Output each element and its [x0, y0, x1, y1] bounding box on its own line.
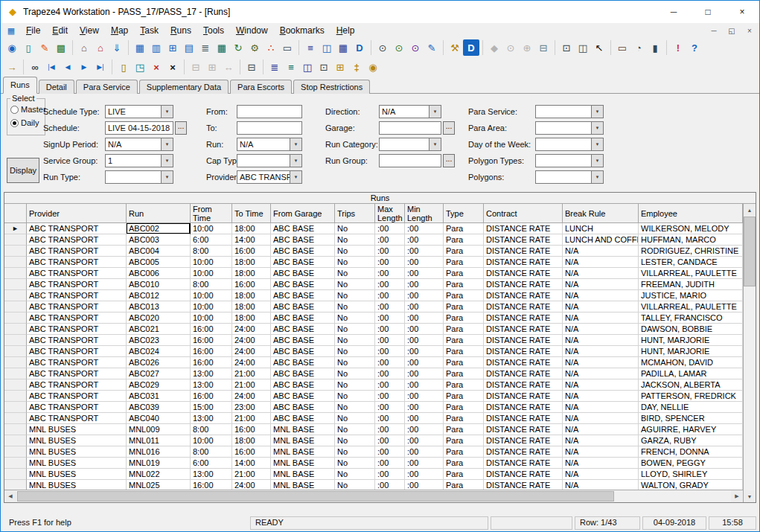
dropdown-arrow-icon[interactable]: ▼	[161, 106, 173, 118]
binoculars-find-icon[interactable]: ∞	[27, 59, 43, 75]
schedule-type-combobox[interactable]: LIVE▼	[105, 105, 173, 118]
search-map-icon[interactable]: ⊙	[391, 39, 407, 56]
tile-windows-icon[interactable]: ◫	[575, 39, 591, 56]
row-selector[interactable]	[4, 279, 27, 290]
table-row[interactable]: ABC TRANSPORTABC02416:0024:00ABC BASENo:…	[4, 346, 743, 357]
tab-para-escorts[interactable]: Para Escorts	[230, 80, 292, 94]
menu-item-bookmarks[interactable]: Bookmarks	[274, 25, 330, 36]
column-header-min-length[interactable]: Min Length	[405, 204, 444, 223]
key-icon[interactable]: ‡	[348, 59, 365, 75]
vertical-scroll-thumb[interactable]	[744, 217, 756, 286]
table-row[interactable]: ABC TRANSPORTABC01210:0018:00ABC BASENo:…	[4, 290, 743, 301]
column-header-to-time[interactable]: To Time	[232, 204, 271, 223]
provider-combobox[interactable]: ABC TRANSPO...▼	[237, 170, 302, 184]
exit-icon[interactable]: →	[4, 59, 20, 75]
stacked-sheets-icon[interactable]: ≡	[283, 59, 299, 75]
radio-daily-circle[interactable]	[10, 119, 19, 127]
column-header-from-time[interactable]: From Time	[191, 204, 232, 223]
scroll-left-icon[interactable]: ◀	[4, 490, 16, 502]
last-record-icon[interactable]: ▶|	[92, 59, 109, 75]
bus-side-icon[interactable]: ▭	[614, 39, 630, 56]
dispatch-d-icon[interactable]: D	[463, 39, 479, 56]
depot-building-icon[interactable]: ⌂	[76, 39, 92, 56]
data-d-icon[interactable]: D	[351, 39, 368, 56]
dropdown-arrow-icon[interactable]: ▼	[591, 155, 603, 167]
run-combobox[interactable]: N/A▼	[237, 138, 302, 151]
table-row[interactable]: ABC TRANSPORTABC0048:0016:00ABC BASENo:0…	[4, 246, 743, 257]
row-selector[interactable]	[4, 368, 27, 379]
matrix-table-icon[interactable]: ▦	[335, 39, 351, 56]
table-row[interactable]: ABC TRANSPORTABC02616:0024:00ABC BASENo:…	[4, 357, 743, 368]
dropdown-arrow-icon[interactable]: ▼	[591, 171, 603, 183]
menu-item-help[interactable]: Help	[330, 25, 361, 36]
scroll-right-icon[interactable]: ▶	[731, 490, 743, 502]
dropdown-arrow-icon[interactable]: ▼	[290, 138, 301, 150]
row-selector[interactable]	[4, 424, 27, 435]
garage-building-icon[interactable]: ⌂	[92, 39, 109, 56]
row-selector[interactable]	[4, 313, 27, 324]
from-input[interactable]	[237, 105, 302, 118]
table-row[interactable]: ABC TRANSPORTABC0108:0016:00ABC BASENo:0…	[4, 279, 743, 290]
table-row[interactable]: ABC TRANSPORTABC03116:0024:00ABC BASENo:…	[4, 391, 743, 402]
menu-item-runs[interactable]: Runs	[165, 25, 197, 36]
row-selector[interactable]	[4, 324, 27, 335]
summary-lines-icon[interactable]: ≡	[302, 39, 319, 56]
close-button[interactable]: ×	[725, 1, 759, 23]
refresh-icon[interactable]: ↻	[230, 39, 246, 56]
horizontal-scrollbar[interactable]: ◀ ▶	[4, 490, 743, 502]
table-row[interactable]: ABC TRANSPORTABC0036:0014:00ABC BASENo:0…	[4, 234, 743, 246]
column-header-max-length[interactable]: Max Length	[375, 204, 405, 223]
table-row[interactable]: ABC TRANSPORTABC04013:0021:00ABC BASENo:…	[4, 413, 743, 424]
radio-master[interactable]: Master	[10, 105, 46, 114]
row-selector[interactable]	[4, 446, 27, 458]
para-service-combobox[interactable]: ▼	[535, 105, 604, 118]
run-group-browse-button[interactable]: ...	[443, 154, 455, 167]
menu-item-task[interactable]: Task	[134, 25, 165, 36]
dropdown-arrow-icon[interactable]: ▼	[161, 138, 173, 150]
previous-record-icon[interactable]: ◀	[60, 59, 76, 75]
dropdown-arrow-icon[interactable]: ▼	[161, 171, 173, 183]
row-selector[interactable]	[4, 234, 27, 246]
table-row[interactable]: ABC TRANSPORTABC00610:0018:00ABC BASENo:…	[4, 268, 743, 279]
service-group-combobox[interactable]: 1▼	[105, 154, 173, 167]
next-record-icon[interactable]: ▶	[76, 59, 92, 75]
run-group-input[interactable]	[379, 154, 441, 167]
roster-list-icon[interactable]: ≣	[197, 39, 214, 56]
table-row[interactable]: MNL BUSESMNL02516:0024:00MNL BASENo:00:0…	[4, 480, 743, 490]
new-record-icon[interactable]: ▯	[115, 59, 132, 75]
print-icon[interactable]: ⊟	[243, 59, 260, 75]
table-row[interactable]: ABC TRANSPORTABC02713:0021:00ABC BASENo:…	[4, 368, 743, 379]
table-row[interactable]: ABC TRANSPORTABC02116:0024:00ABC BASENo:…	[4, 324, 743, 335]
column-header-run[interactable]: Run	[127, 204, 191, 223]
report-lines-icon[interactable]: ≣	[266, 59, 283, 75]
import-arrow-icon[interactable]: ⇓	[109, 39, 125, 56]
maximize-button[interactable]: □	[691, 1, 725, 23]
access-grid-icon[interactable]: ⊞	[332, 59, 348, 75]
horizontal-scroll-thumb[interactable]	[17, 491, 614, 501]
globe-icon[interactable]: ◉	[4, 39, 20, 56]
schedule-input[interactable]: LIVE 04-15-2018	[105, 121, 173, 135]
column-header-from-garage[interactable]: From Garage	[271, 204, 335, 223]
fuel-pump-icon[interactable]: ▮	[647, 39, 663, 56]
cap-type-combobox[interactable]: ▼	[237, 154, 302, 167]
row-selector[interactable]	[4, 346, 27, 357]
signup-period-combobox[interactable]: N/A▼	[105, 138, 173, 151]
row-selector[interactable]	[4, 413, 27, 424]
dropdown-arrow-icon[interactable]: ▼	[591, 122, 603, 134]
row-selector[interactable]	[4, 246, 27, 257]
table-row[interactable]: MNL BUSESMNL02213:0021:00MNL BASENo:00:0…	[4, 469, 743, 480]
table-row[interactable]: ►ABC TRANSPORTABC00210:0018:00ABC BASENo…	[4, 223, 743, 234]
build-hammer-icon[interactable]: ⚒	[447, 39, 463, 56]
scroll-up-icon[interactable]: ▲	[744, 204, 756, 216]
table-row[interactable]: ABC TRANSPORTABC02913:0021:00ABC BASENo:…	[4, 379, 743, 391]
search-chart-icon[interactable]: ⊙	[407, 39, 424, 56]
menu-item-tools[interactable]: Tools	[197, 25, 230, 36]
radio-daily[interactable]: Daily	[10, 118, 39, 127]
help-icon[interactable]: ?	[686, 39, 703, 56]
calendar-icon[interactable]: ▦	[214, 39, 230, 56]
run-type-combobox[interactable]: ▼	[105, 170, 173, 184]
column-header-contract[interactable]: Contract	[484, 204, 563, 223]
row-selector[interactable]	[4, 268, 27, 279]
schedule-browse-button[interactable]: ...	[175, 121, 187, 135]
tab-detail[interactable]: Detail	[39, 80, 74, 94]
